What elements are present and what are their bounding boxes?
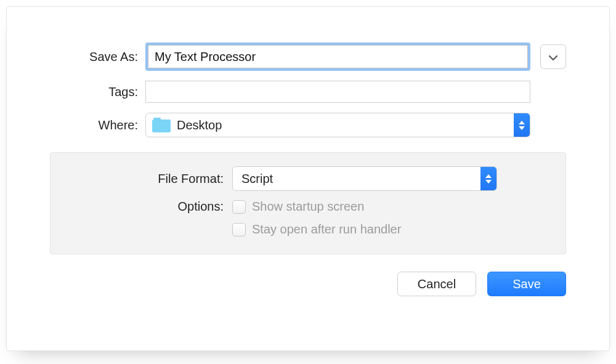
save-as-row: Save As: [50,42,566,71]
show-startup-screen-label: Show startup screen [252,200,364,214]
popup-stepper-icon [514,113,530,137]
stay-open-label: Stay open after run handler [252,222,401,237]
options-row-2: Stay open after run handler [75,222,541,237]
file-format-popup[interactable]: Script [232,166,497,191]
file-format-row: File Format: Script [75,166,541,191]
tags-field-wrap [145,81,566,103]
where-row: Where: Desktop [50,113,566,137]
expand-save-panel-button[interactable] [540,44,566,69]
where-field-wrap: Desktop [145,113,566,137]
show-startup-screen-option: Show startup screen [232,200,364,214]
folder-icon [152,118,171,132]
save-as-input[interactable] [148,45,528,68]
cancel-button-label: Cancel [418,277,456,291]
where-value: Desktop [177,118,222,132]
where-label: Where: [50,118,145,132]
focus-ring [145,42,530,71]
dialog-footer: Cancel Save [50,272,566,296]
save-button-label: Save [513,277,541,291]
options-panel: File Format: Script Options: Show startu… [50,152,566,254]
save-as-field-wrap [145,42,566,71]
show-startup-screen-checkbox[interactable] [232,200,246,214]
file-format-value: Script [241,172,273,186]
options-row-1: Options: Show startup screen [75,200,541,214]
save-dialog: Save As: Tags: Where: [6,6,610,351]
popup-stepper-icon [480,167,496,190]
where-popup[interactable]: Desktop [145,113,530,137]
stay-open-option: Stay open after run handler [232,222,401,237]
top-section: Save As: Tags: Where: [50,42,566,137]
file-format-label: File Format: [75,172,232,186]
cancel-button[interactable]: Cancel [397,272,476,296]
tags-input[interactable] [145,81,530,103]
tags-label: Tags: [50,85,145,99]
options-label: Options: [75,200,232,214]
chevron-down-icon [548,50,558,64]
options-label-spacer [75,229,232,230]
tags-row: Tags: [50,81,566,103]
stay-open-checkbox[interactable] [232,223,246,237]
save-button[interactable]: Save [487,272,566,296]
save-as-label: Save As: [50,50,145,64]
